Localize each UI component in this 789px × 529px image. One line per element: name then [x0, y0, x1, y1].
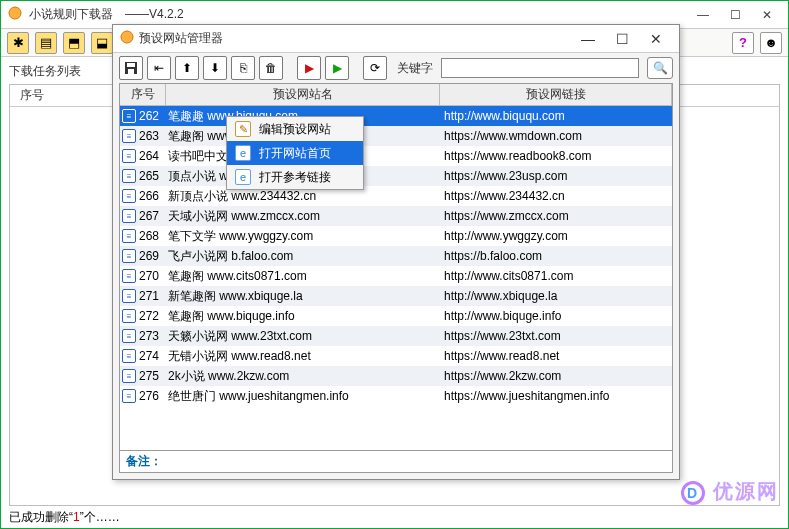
modal-close-button[interactable]: ✕	[639, 28, 673, 50]
refresh-icon[interactable]: ⟳	[363, 56, 387, 80]
row-name: 笔趣阁 www.cits0871.com	[166, 268, 440, 285]
row-name: 无错小说网 www.read8.net	[166, 348, 440, 365]
table-row[interactable]: ≡272笔趣阁 www.biquge.infohttp://www.biquge…	[120, 306, 672, 326]
save-icon[interactable]	[119, 56, 143, 80]
row-link: https://www.read8.net	[440, 349, 672, 363]
status-count: 1	[73, 510, 80, 524]
doc-icon: ≡	[122, 109, 136, 123]
table-row[interactable]: ≡266新顶点小说 www.234432.cnhttps://www.23443…	[120, 186, 672, 206]
close-button[interactable]: ✕	[752, 4, 782, 26]
context-menu-label: 打开参考链接	[259, 169, 331, 186]
context-menu-item[interactable]: e打开网站首页	[227, 141, 363, 165]
row-idx: 266	[139, 189, 159, 203]
move-down-icon[interactable]: ⬇	[203, 56, 227, 80]
row-idx: 265	[139, 169, 159, 183]
doc-icon: ≡	[122, 309, 136, 323]
row-name: 笔下文学 www.ywggzy.com	[166, 228, 440, 245]
main-window-controls: — ☐ ✕	[688, 4, 782, 26]
keyword-input[interactable]	[441, 58, 639, 78]
doc-icon: ≡	[122, 329, 136, 343]
context-menu-item[interactable]: e打开参考链接	[227, 165, 363, 189]
toolbar-import-icon[interactable]: ⬒	[63, 32, 85, 54]
app-icon	[7, 5, 23, 24]
doc-icon: ≡	[122, 229, 136, 243]
modal-app-icon	[119, 29, 135, 48]
table-row[interactable]: ≡268笔下文学 www.ywggzy.comhttp://www.ywggzy…	[120, 226, 672, 246]
keyword-label: 关键字	[397, 60, 433, 77]
delete-icon[interactable]: 🗑	[259, 56, 283, 80]
row-link: https://www.23txt.com	[440, 329, 672, 343]
toolbar-about-icon[interactable]: ☻	[760, 32, 782, 54]
row-link: http://www.biququ.com	[440, 109, 672, 123]
move-up-icon[interactable]: ⬆	[175, 56, 199, 80]
col-header-link[interactable]: 预设网链接	[440, 84, 672, 105]
doc-icon: ≡	[122, 349, 136, 363]
preset-site-manager-dialog: 预设网站管理器 — ☐ ✕ ⇤ ⬆ ⬇ ⎘ 🗑 ▶ ▶ ⟳ 关键字 🔍 序号 预…	[112, 24, 680, 480]
row-link: http://www.cits0871.com	[440, 269, 672, 283]
row-link: https://www.2kzw.com	[440, 369, 672, 383]
modal-maximize-button[interactable]: ☐	[605, 28, 639, 50]
table-row[interactable]: ≡263笔趣阁 www.wmdown.comhttps://www.wmdown…	[120, 126, 672, 146]
ie-icon: e	[235, 169, 251, 185]
status-suffix: ”个……	[80, 509, 120, 526]
row-idx: 264	[139, 149, 159, 163]
remark-bar: 备注：	[119, 451, 673, 473]
svg-rect-4	[128, 69, 134, 74]
row-idx: 263	[139, 129, 159, 143]
context-menu-item[interactable]: ✎编辑预设网站	[227, 117, 363, 141]
table-row[interactable]: ≡276绝世唐门 www.jueshitangmen.infohttps://w…	[120, 386, 672, 406]
import-icon[interactable]: ▶	[297, 56, 321, 80]
table-row[interactable]: ≡262笔趣趣 www.biququ.comhttp://www.biququ.…	[120, 106, 672, 126]
row-idx: 271	[139, 289, 159, 303]
doc-icon: ≡	[122, 169, 136, 183]
toolbar-new-icon[interactable]: ✱	[7, 32, 29, 54]
row-name: 飞卢小说网 b.faloo.com	[166, 248, 440, 265]
table-row[interactable]: ≡269飞卢小说网 b.faloo.comhttps://b.faloo.com	[120, 246, 672, 266]
export-icon[interactable]: ▶	[325, 56, 349, 80]
table-row[interactable]: ≡265顶点小说 www.23usp.comhttps://www.23usp.…	[120, 166, 672, 186]
col-header-name[interactable]: 预设网站名	[166, 84, 440, 105]
table-row[interactable]: ≡267天域小说网 www.zmccx.comhttps://www.zmccx…	[120, 206, 672, 226]
doc-icon: ≡	[122, 189, 136, 203]
search-button[interactable]: 🔍	[647, 57, 673, 79]
site-grid: 序号 预设网站名 预设网链接 ≡262笔趣趣 www.biququ.comhtt…	[119, 83, 673, 451]
context-menu: ✎编辑预设网站e打开网站首页e打开参考链接	[226, 116, 364, 190]
toolbar-help-icon[interactable]: ?	[732, 32, 754, 54]
table-row[interactable]: ≡271新笔趣阁 www.xbiquge.lahttp://www.xbiqug…	[120, 286, 672, 306]
modal-minimize-button[interactable]: —	[571, 28, 605, 50]
copy-icon[interactable]: ⎘	[231, 56, 255, 80]
row-idx: 270	[139, 269, 159, 283]
table-row[interactable]: ≡264读书吧中文网https://www.readbook8.com	[120, 146, 672, 166]
minimize-button[interactable]: —	[688, 4, 718, 26]
toolbar-open-icon[interactable]: ▤	[35, 32, 57, 54]
row-link: https://www.readbook8.com	[440, 149, 672, 163]
row-name: 笔趣阁 www.biquge.info	[166, 308, 440, 325]
maximize-button[interactable]: ☐	[720, 4, 750, 26]
svg-point-0	[9, 7, 21, 19]
modal-title: 预设网站管理器	[139, 30, 571, 47]
svg-point-1	[121, 31, 133, 43]
row-link: https://www.jueshitangmen.info	[440, 389, 672, 403]
doc-icon: ≡	[122, 269, 136, 283]
context-menu-label: 编辑预设网站	[259, 121, 331, 138]
table-row[interactable]: ≡2752k小说 www.2kzw.comhttps://www.2kzw.co…	[120, 366, 672, 386]
row-link: http://www.xbiquge.la	[440, 289, 672, 303]
row-name: 绝世唐门 www.jueshitangmen.info	[166, 388, 440, 405]
col-header-idx[interactable]: 序号	[120, 84, 166, 105]
row-idx: 275	[139, 369, 159, 383]
row-idx: 267	[139, 209, 159, 223]
row-link: http://www.ywggzy.com	[440, 229, 672, 243]
status-prefix: 已成功删除“	[9, 509, 73, 526]
row-idx: 269	[139, 249, 159, 263]
main-title: 小说规则下载器 ——V4.2.2	[29, 6, 688, 23]
ie-icon: ✎	[235, 121, 251, 137]
toolbar-export-icon[interactable]: ⬓	[91, 32, 113, 54]
table-row[interactable]: ≡270笔趣阁 www.cits0871.comhttp://www.cits0…	[120, 266, 672, 286]
row-link: https://www.23usp.com	[440, 169, 672, 183]
table-row[interactable]: ≡273天籁小说网 www.23txt.comhttps://www.23txt…	[120, 326, 672, 346]
table-row[interactable]: ≡274无错小说网 www.read8.nethttps://www.read8…	[120, 346, 672, 366]
ie-icon: e	[235, 145, 251, 161]
collapse-icon[interactable]: ⇤	[147, 56, 171, 80]
row-link: https://www.wmdown.com	[440, 129, 672, 143]
modal-toolbar: ⇤ ⬆ ⬇ ⎘ 🗑 ▶ ▶ ⟳ 关键字 🔍	[113, 53, 679, 83]
